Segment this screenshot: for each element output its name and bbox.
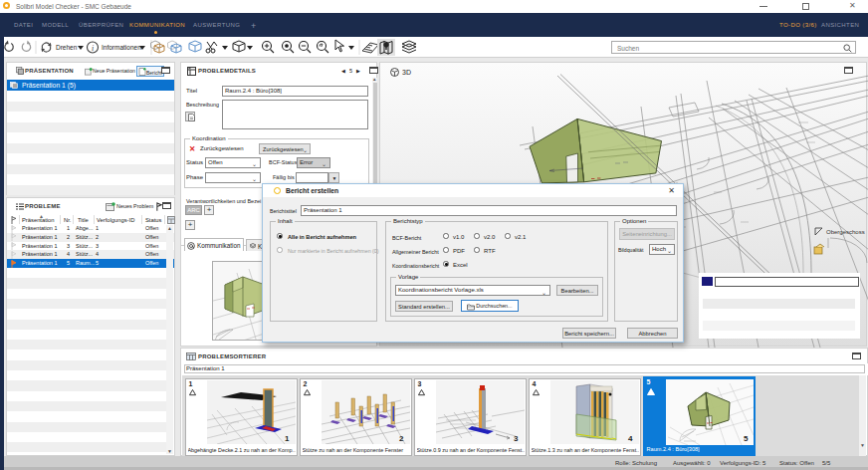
svg-text:2: 2 (399, 434, 404, 443)
svg-text:4: 4 (628, 434, 633, 443)
svg-text:Drehen: Drehen (56, 44, 78, 51)
svg-text:5: 5 (744, 434, 749, 443)
svg-text:i: i (92, 44, 94, 53)
svg-text:1: 1 (285, 434, 290, 443)
svg-text:3: 3 (514, 434, 519, 443)
svg-text:Obergeschoss: Obergeschoss (826, 229, 865, 235)
svg-text:Informationen: Informationen (102, 44, 141, 51)
